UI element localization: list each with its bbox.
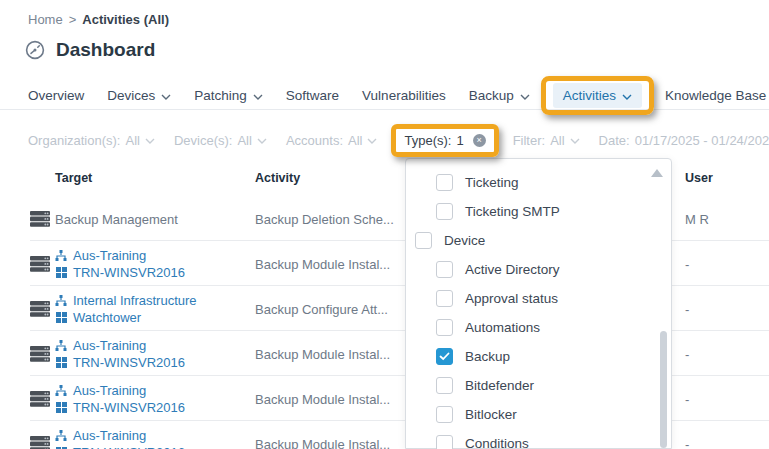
chevron-down-icon [161,94,171,100]
type-option-label: Ticketing SMTP [465,204,560,219]
checkbox-unchecked[interactable] [436,261,453,278]
windows-icon [55,312,67,323]
org-link[interactable]: Aus-Training [55,383,185,398]
device-link[interactable]: Watchtower [55,310,197,325]
filter-label: Date: [599,133,630,148]
checkbox-unchecked[interactable] [415,232,432,249]
type-option-label: Automations [465,320,540,335]
organization-icon [55,385,67,396]
target-cell: Internal InfrastructureWatchtower [55,293,197,325]
device-name: TRN-WINSVR2016 [73,400,185,415]
type-option-label: Conditions [465,436,529,449]
target-links: Aus-TrainingTRN-WINSVR2016 [55,338,185,370]
windows-icon [55,267,67,278]
activity-text: Backup Module Instal... [255,436,390,449]
chevron-down-icon [145,138,155,144]
scrollbar-thumb[interactable] [660,331,667,448]
tab-knowledge-base[interactable]: Knowledge Base [665,88,766,103]
checkbox-unchecked[interactable] [436,377,453,394]
chevron-down-icon [253,94,263,100]
filter-device-s-[interactable]: Device(s):All [174,133,267,148]
organization-icon [55,430,67,441]
breadcrumb-home[interactable]: Home [28,12,63,27]
title-row: Dashboard [25,39,155,61]
organization-icon [55,295,67,306]
filter-value: All [550,133,564,148]
chevron-down-icon [570,138,580,144]
device-link[interactable]: TRN-WINSVR2016 [55,355,185,370]
device-link[interactable]: TRN-WINSVR2016 [55,265,185,280]
filter-label: Filter: [513,133,546,148]
type-option-ticketing[interactable]: Ticketing [406,168,671,197]
activity-text: Backup Deletion Sche... [255,211,394,226]
checkbox-unchecked[interactable] [436,435,453,449]
chevron-down-icon [367,138,377,144]
type-option-bitdefender[interactable]: Bitdefender [406,371,671,400]
filter-bar: Organization(s):AllDevice(s):AllAccounts… [0,120,769,160]
tab-label: Knowledge Base [665,88,766,103]
type-option-bitlocker[interactable]: Bitlocker [406,400,671,429]
activity-text: Backup Module Instal... [255,256,390,271]
checkbox-unchecked[interactable] [436,174,453,191]
type-option-ticketing-smtp[interactable]: Ticketing SMTP [406,197,671,226]
target-cell: Backup Management [55,211,178,226]
checkbox-unchecked[interactable] [436,290,453,307]
device-name: TRN-WINSVR2016 [73,355,185,370]
device-link[interactable]: TRN-WINSVR2016 [55,445,185,449]
org-link[interactable]: Internal Infrastructure [55,293,197,308]
gauge-icon [25,40,45,60]
filter-filter-[interactable]: Filter:All [513,133,580,148]
activity-text: Backup Module Instal... [255,391,390,406]
server-icon [30,301,50,317]
server-icon [30,436,50,449]
activity-text: Backup Configure Att... [255,301,388,316]
server-icon [30,211,50,227]
type-option-active-directory[interactable]: Active Directory [406,255,671,284]
org-link[interactable]: Aus-Training [55,338,185,353]
tab-activities[interactable]: Activities [553,83,642,108]
org-link[interactable]: Aus-Training [55,428,185,443]
type-option-backup[interactable]: Backup [406,342,671,371]
type-option-label: Bitdefender [465,378,534,393]
filter-label: Accounts: [286,133,343,148]
type-option-label: Backup [465,349,510,364]
tab-software[interactable]: Software [286,88,339,103]
device-name: TRN-WINSVR2016 [73,445,185,449]
tab-vulnerabilities[interactable]: Vulnerabilities [362,88,446,103]
checkbox-unchecked[interactable] [436,406,453,423]
tab-backup[interactable]: Backup [469,88,530,103]
user-text: - [685,256,689,271]
type-option-label: Ticketing [465,175,519,190]
scroll-up-icon[interactable] [651,169,663,177]
type-option-device[interactable]: Device [406,226,671,255]
filter-label: Type(s): [404,133,451,148]
filter-value: All [348,133,362,148]
organization-icon [55,340,67,351]
type-option-approval-status[interactable]: Approval status [406,284,671,313]
user-text: - [685,301,689,316]
filter-date-[interactable]: Date:01/17/2025 - 01/24/2025 [599,133,769,148]
checkbox-unchecked[interactable] [436,203,453,220]
tab-patching[interactable]: Patching [194,88,263,103]
type-option-automations[interactable]: Automations [406,313,671,342]
activity-text: Backup Module Instal... [255,346,390,361]
remove-filter-icon[interactable]: × [473,134,486,147]
checkbox-checked[interactable] [436,348,453,365]
tab-label: Activities [563,88,616,103]
tab-devices[interactable]: Devices [107,88,171,103]
filter-type-s-[interactable]: Type(s):1× [404,133,485,148]
checkbox-unchecked[interactable] [436,319,453,336]
type-option-conditions[interactable]: Conditions [406,429,671,449]
breadcrumb-current: Activities (All) [82,12,169,27]
target-name: Backup Management [55,211,178,226]
org-link[interactable]: Aus-Training [55,248,185,263]
filter-organization-s-[interactable]: Organization(s):All [28,133,155,148]
chevron-down-icon [257,138,267,144]
target-links: Internal InfrastructureWatchtower [55,293,197,325]
tab-overview[interactable]: Overview [28,88,84,103]
filter-accounts-[interactable]: Accounts:All [286,133,378,148]
filter-value: 01/17/2025 - 01/24/2025 [635,133,769,148]
column-header-activity: Activity [255,171,300,185]
device-link[interactable]: TRN-WINSVR2016 [55,400,185,415]
tab-label: Vulnerabilities [362,88,446,103]
